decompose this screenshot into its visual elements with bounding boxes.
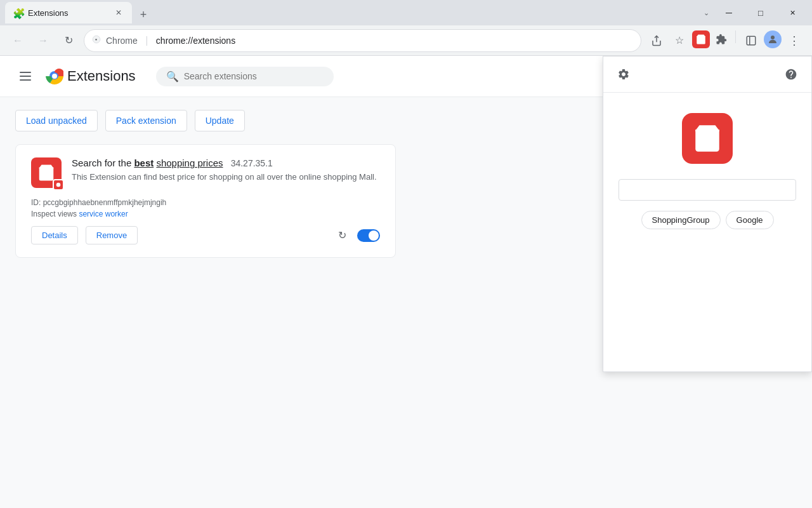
google-button[interactable]: Google (726, 211, 774, 229)
chrome-logo-icon (46, 67, 63, 85)
svg-point-6 (771, 36, 775, 39)
close-button[interactable]: ✕ (778, 3, 807, 23)
extension-name-line: Search for the best shopping prices 34.2… (72, 157, 380, 169)
profile-icon[interactable] (764, 30, 782, 48)
extension-card: Search for the best shopping prices 34.2… (15, 144, 396, 258)
popup-button-group: ShoppingGroup Google (641, 211, 774, 229)
extension-name: Search for the best shopping prices (72, 157, 226, 168)
extension-inspect-views: Inspect views service worker (31, 210, 380, 218)
minimize-button[interactable]: ─ (714, 3, 743, 23)
tab-strip-down-arrow[interactable]: ⌄ (704, 9, 709, 17)
bookmark-icon[interactable]: ☆ (669, 30, 690, 51)
extension-icon-badge (53, 179, 64, 190)
maximize-button[interactable]: □ (746, 3, 775, 23)
search-icon: 🔍 (166, 70, 179, 83)
details-button[interactable]: Details (31, 226, 78, 244)
extensions-toolbar-icon[interactable] (712, 30, 730, 48)
back-button[interactable]: ← (8, 30, 28, 51)
page-logo-title: Extensions (46, 67, 136, 85)
service-worker-link[interactable]: service worker (79, 210, 128, 218)
remove-button[interactable]: Remove (86, 226, 138, 244)
address-bar[interactable]: ● Chrome | chrome://extensions (84, 29, 641, 52)
title-bar: 🧩 Extensions ✕ + ⌄ ─ □ ✕ (0, 0, 812, 25)
extension-card-header: Search for the best shopping prices 34.2… (31, 157, 380, 188)
popup-body: ShoppingGroup Google (603, 93, 811, 244)
svg-text:●: ● (95, 37, 98, 41)
load-unpacked-button[interactable]: Load unpacked (15, 110, 98, 131)
lock-icon: ● (92, 35, 101, 46)
page-title: Extensions (67, 68, 136, 84)
extension-description: This Extension can find best price for s… (72, 171, 380, 183)
search-input[interactable] (184, 71, 324, 81)
nav-actions: ☆ ⋮ (646, 30, 804, 51)
popup-help-icon[interactable] (781, 64, 801, 84)
extension-id: ID: pccgbgiphhaebnenmffpmkjhejmjngih (31, 198, 380, 207)
update-button[interactable]: Update (195, 110, 245, 131)
hamburger-menu-button[interactable] (15, 66, 36, 86)
shopping-group-button[interactable]: ShoppingGroup (641, 211, 721, 229)
tab-favicon: 🧩 (13, 8, 23, 18)
extension-version: 34.27.35.1 (231, 158, 273, 168)
svg-point-9 (52, 74, 57, 79)
extension-icon-wrap (31, 157, 62, 188)
window-controls: ⌄ ─ □ ✕ (704, 3, 807, 23)
tab-bar: 🧩 Extensions ✕ + (5, 2, 704, 23)
new-tab-button[interactable]: + (134, 6, 152, 23)
extension-actions: Details Remove ↻ (31, 226, 380, 244)
pack-extension-button[interactable]: Pack extension (105, 110, 187, 131)
svg-point-11 (56, 183, 61, 187)
chrome-menu-icon[interactable]: ⋮ (784, 30, 804, 51)
nav-separator (735, 30, 736, 43)
popup-search-input[interactable] (619, 179, 796, 201)
main-content: Extensions 🔍 Developer mode Load u (0, 56, 812, 508)
refresh-button[interactable]: ↻ (58, 30, 79, 51)
extensions-tab[interactable]: 🧩 Extensions ✕ (5, 2, 132, 23)
url-text: chrome://extensions (156, 36, 235, 46)
extension-enable-toggle[interactable] (357, 229, 380, 242)
tab-close-button[interactable]: ✕ (113, 7, 124, 18)
popup-header (603, 57, 811, 93)
navigation-bar: ← → ↻ ● Chrome | chrome://extensions ☆ (0, 25, 812, 56)
popup-shopping-bag-icon (691, 123, 723, 154)
popup-extension-icon (682, 113, 733, 164)
tab-title: Extensions (28, 8, 108, 18)
sidebar-toggle-icon[interactable] (741, 30, 761, 51)
shopping-extension-toolbar-icon[interactable] (692, 30, 710, 48)
svg-rect-4 (747, 36, 756, 45)
forward-button[interactable]: → (33, 30, 53, 51)
site-label: Chrome (106, 36, 138, 46)
search-box[interactable]: 🔍 (156, 67, 334, 86)
popup-settings-icon[interactable] (613, 64, 634, 84)
refresh-extension-button[interactable]: ↻ (334, 228, 350, 243)
extension-info: Search for the best shopping prices 34.2… (72, 157, 380, 183)
popup-footer (603, 244, 811, 371)
extension-popup-panel: ShoppingGroup Google (603, 56, 812, 372)
share-icon[interactable] (646, 30, 667, 51)
